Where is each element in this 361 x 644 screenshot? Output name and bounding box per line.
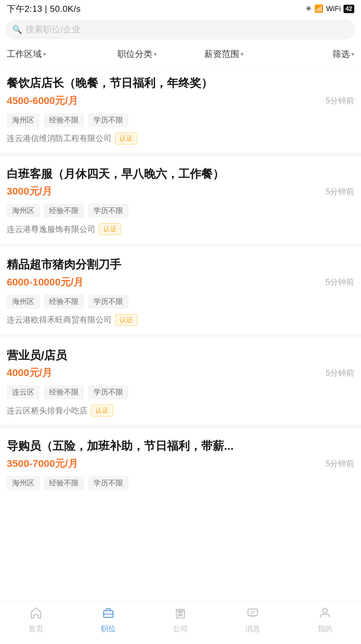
job-tag: 经验不限 [44, 295, 84, 309]
nav-item-message[interactable]: 消息 [217, 606, 289, 634]
job-company-row: 连云港欧得禾旺商贸有限公司 认证 [7, 314, 354, 326]
filter-work-area-arrow: ▾ [43, 50, 46, 58]
filter-salary-range-arrow: ▾ [241, 50, 244, 58]
cert-badge: 认证 [99, 223, 121, 235]
nav-item-company[interactable]: 公司 [144, 606, 217, 634]
filter-bar: 工作区域 ▾ 职位分类 ▾ 薪资范围 ▾ 筛选 ▾ [0, 43, 361, 66]
status-time: 下午2:13 | 50.0K/s [7, 3, 81, 15]
job-time: 5分钟前 [326, 458, 354, 469]
job-salary-row: 4000元/月 5分钟前 [7, 366, 354, 380]
nav-item-home[interactable]: 首页 [0, 606, 72, 634]
bottom-spacer [0, 496, 361, 543]
nav-label-message: 消息 [245, 624, 260, 634]
job-time: 5分钟前 [326, 368, 354, 378]
job-salary-row: 3000元/月 5分钟前 [7, 184, 354, 198]
job-item[interactable]: 导购员（五险，加班补助，节日福利，带薪... 3500-7000元/月 5分钟前… [0, 429, 361, 496]
job-tag: 经验不限 [44, 385, 84, 399]
job-salary: 4000元/月 [7, 366, 52, 380]
nav-label-company: 公司 [173, 624, 188, 634]
status-icons: ✳ 📶 WiFi 42 [305, 4, 354, 13]
job-tags: 海州区 经验不限 学历不限 [7, 476, 354, 490]
job-item[interactable]: 餐饮店店长（晚餐，节日福利，年终奖） 4500-6000元/月 5分钟前 海州区… [0, 66, 361, 157]
job-company-row: 连云区桥头排骨小吃店 认证 [7, 405, 354, 416]
job-title: 导购员（五险，加班补助，节日福利，带薪... [7, 438, 354, 454]
nav-item-jobs[interactable]: 职位 [72, 606, 145, 634]
job-salary-row: 3500-7000元/月 5分钟前 [7, 457, 354, 471]
job-item[interactable]: 营业员/店员 4000元/月 5分钟前 连云区 经验不限 学历不限 连云区桥头排… [0, 338, 361, 429]
job-salary: 3500-7000元/月 [7, 457, 78, 471]
job-time: 5分钟前 [326, 95, 354, 106]
filter-salary-range-label: 薪资范围 [204, 48, 239, 60]
svg-point-11 [323, 608, 327, 613]
nav-label-home: 首页 [29, 624, 43, 634]
filter-job-type[interactable]: 职位分类 ▾ [94, 48, 180, 60]
job-tag: 经验不限 [44, 204, 84, 218]
job-salary-row: 6000-10000元/月 5分钟前 [7, 275, 354, 289]
search-container: 🔍 搜索职位/企业 [0, 17, 361, 43]
job-item[interactable]: 精品超市猪肉分割刀手 6000-10000元/月 5分钟前 海州区 经验不限 学… [0, 247, 361, 338]
job-title: 白班客服（月休四天，早八晚六，工作餐） [7, 166, 354, 182]
job-time: 5分钟前 [326, 186, 354, 197]
job-company-row: 连云港尊逸服饰有限公司 认证 [7, 223, 354, 235]
home-icon [29, 606, 43, 622]
svg-rect-4 [181, 611, 182, 613]
job-title: 精品超市猪肉分割刀手 [7, 257, 354, 273]
nav-label-profile: 我的 [318, 624, 332, 634]
job-tag: 学历不限 [88, 204, 129, 218]
nav-label-jobs: 职位 [101, 624, 116, 634]
status-bar: 下午2:13 | 50.0K/s ✳ 📶 WiFi 42 [0, 0, 361, 17]
cert-badge: 认证 [115, 133, 137, 144]
wifi-icon: WiFi [326, 4, 341, 13]
job-tag: 学历不限 [88, 385, 129, 399]
filter-salary-range[interactable]: 薪资范围 ▾ [181, 48, 267, 60]
job-tags: 连云区 经验不限 学历不限 [7, 385, 354, 399]
job-company: 连云港尊逸服饰有限公司 [7, 224, 96, 235]
search-bar[interactable]: 🔍 搜索职位/企业 [5, 20, 356, 39]
job-tag: 经验不限 [44, 113, 84, 127]
message-icon [246, 606, 259, 622]
job-salary: 3000元/月 [7, 184, 52, 198]
job-title: 餐饮店店长（晚餐，节日福利，年终奖） [7, 75, 354, 91]
job-tag: 经验不限 [44, 476, 84, 490]
job-time: 5分钟前 [326, 277, 354, 287]
cert-badge: 认证 [91, 405, 113, 416]
job-tag: 连云区 [7, 385, 40, 399]
job-tag: 学历不限 [88, 476, 129, 490]
filter-screen[interactable]: 筛选 ▾ [267, 48, 354, 60]
job-company: 连云港欧得禾旺商贸有限公司 [7, 314, 112, 325]
job-tags: 海州区 经验不限 学历不限 [7, 113, 354, 127]
job-salary: 6000-10000元/月 [7, 275, 84, 289]
job-tag: 学历不限 [88, 295, 129, 309]
filter-job-type-arrow: ▾ [154, 50, 157, 58]
person-icon [318, 606, 332, 622]
nav-item-profile[interactable]: 我的 [289, 606, 361, 634]
svg-rect-6 [181, 614, 182, 616]
job-list: 餐饮店店长（晚餐，节日福利，年终奖） 4500-6000元/月 5分钟前 海州区… [0, 66, 361, 496]
job-tags: 海州区 经验不限 学历不限 [7, 295, 354, 309]
filter-screen-arrow: ▾ [351, 50, 354, 58]
bluetooth-icon: ✳ [305, 4, 312, 13]
job-tags: 海州区 经验不限 学历不限 [7, 204, 354, 218]
job-item[interactable]: 白班客服（月休四天，早八晚六，工作餐） 3000元/月 5分钟前 海州区 经验不… [0, 157, 361, 247]
job-tag: 海州区 [7, 204, 40, 218]
briefcase-icon [102, 606, 115, 622]
job-company-row: 连云港信维消防工程有限公司 认证 [7, 133, 354, 144]
search-icon: 🔍 [12, 25, 22, 34]
job-tag: 海州区 [7, 476, 40, 490]
job-company: 连云港信维消防工程有限公司 [7, 133, 112, 144]
job-tag: 学历不限 [88, 113, 129, 127]
job-title: 营业员/店员 [7, 347, 354, 364]
svg-rect-5 [178, 614, 180, 616]
job-salary: 4500-6000元/月 [7, 94, 78, 108]
filter-job-type-label: 职位分类 [117, 48, 152, 60]
svg-rect-8 [248, 609, 257, 616]
svg-rect-3 [178, 611, 180, 613]
bottom-nav: 首页 职位 公司 [0, 601, 361, 644]
filter-work-area[interactable]: 工作区域 ▾ [7, 48, 94, 60]
filter-screen-label: 筛选 [332, 48, 350, 60]
signal-icon: 📶 [314, 4, 323, 13]
search-input[interactable]: 搜索职位/企业 [26, 24, 80, 35]
job-salary-row: 4500-6000元/月 5分钟前 [7, 94, 354, 108]
job-tag: 海州区 [7, 113, 40, 127]
cert-badge: 认证 [115, 314, 137, 326]
